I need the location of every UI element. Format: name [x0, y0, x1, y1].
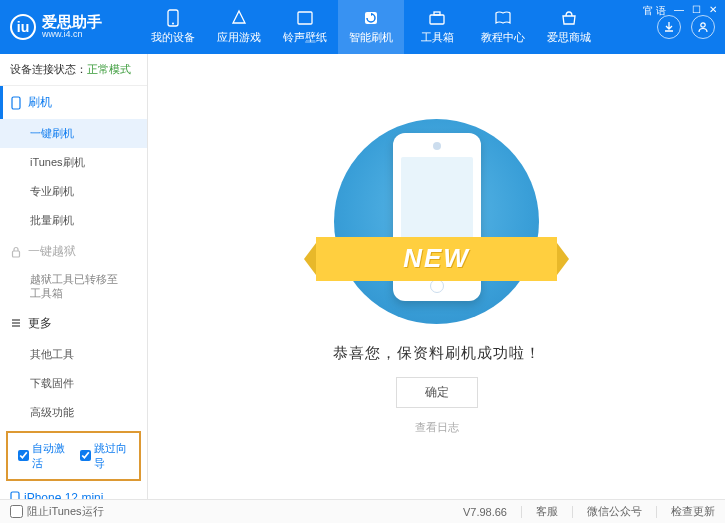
customer-service-link[interactable]: 客服	[536, 504, 558, 519]
book-icon	[494, 9, 512, 27]
ok-button[interactable]: 确定	[396, 377, 478, 408]
conn-value: 正常模式	[87, 63, 131, 75]
nav-store[interactable]: 爱思商城	[536, 0, 602, 54]
options-box: 自动激活 跳过向导	[6, 431, 141, 481]
sidebar: 设备连接状态：正常模式 刷机 一键刷机 iTunes刷机 专业刷机 批量刷机 一…	[0, 54, 148, 499]
nav-label: 工具箱	[421, 30, 454, 45]
nav-label: 铃声壁纸	[283, 30, 327, 45]
maximize-icon[interactable]: ☐	[692, 4, 701, 18]
main-content: NEW 恭喜您，保资料刷机成功啦！ 确定 查看日志	[148, 54, 725, 499]
connection-status: 设备连接状态：正常模式	[0, 54, 147, 86]
svg-point-1	[172, 23, 174, 25]
conn-label: 设备连接状态：	[10, 63, 87, 75]
svg-rect-4	[430, 15, 444, 24]
download-button[interactable]	[657, 15, 681, 39]
svg-point-6	[701, 23, 705, 27]
sidebar-item-pro[interactable]: 专业刷机	[0, 177, 147, 206]
svg-rect-2	[298, 12, 312, 24]
wallpaper-icon	[296, 9, 314, 27]
block-itunes-checkbox[interactable]: 阻止iTunes运行	[10, 504, 104, 519]
sidebar-item-itunes[interactable]: iTunes刷机	[0, 148, 147, 177]
main-nav: 我的设备 应用游戏 铃声壁纸 智能刷机 工具箱 教程中心 爱思商城	[140, 0, 657, 54]
sidebar-item-firmware[interactable]: 下载固件	[0, 369, 147, 398]
jailbreak-note: 越狱工具已转移至 工具箱	[0, 268, 147, 307]
ribbon-text: NEW	[403, 243, 470, 274]
store-icon	[560, 9, 578, 27]
sidebar-item-other[interactable]: 其他工具	[0, 340, 147, 369]
checkbox-skip-guide[interactable]: 跳过向导	[80, 441, 130, 471]
checkbox-input[interactable]	[10, 505, 23, 518]
logo-icon: iu	[10, 14, 36, 40]
sidebar-head-label: 一键越狱	[28, 243, 76, 260]
sidebar-item-oneclick[interactable]: 一键刷机	[0, 119, 147, 148]
sidebar-item-batch[interactable]: 批量刷机	[0, 206, 147, 235]
wechat-link[interactable]: 微信公众号	[587, 504, 642, 519]
nav-my-device[interactable]: 我的设备	[140, 0, 206, 54]
checkbox-input[interactable]	[80, 450, 91, 461]
nav-label: 我的设备	[151, 30, 195, 45]
sidebar-head-label: 更多	[28, 315, 52, 332]
nav-ringtones[interactable]: 铃声壁纸	[272, 0, 338, 54]
menu-icon	[10, 317, 22, 329]
svg-rect-5	[434, 12, 440, 15]
nav-flash[interactable]: 智能刷机	[338, 0, 404, 54]
version-label: V7.98.66	[463, 506, 507, 518]
nav-label: 智能刷机	[349, 30, 393, 45]
phone-icon	[164, 9, 182, 27]
logo: iu 爱思助手 www.i4.cn	[10, 14, 140, 40]
close-icon[interactable]: ✕	[709, 4, 717, 18]
sidebar-head-jailbreak[interactable]: 一键越狱	[0, 235, 147, 268]
svg-rect-8	[13, 251, 20, 257]
checkbox-input[interactable]	[18, 450, 29, 461]
header: iu 爱思助手 www.i4.cn 我的设备 应用游戏 铃声壁纸 智能刷机 工具…	[0, 0, 725, 54]
success-illustration: NEW	[334, 119, 539, 324]
nav-label: 教程中心	[481, 30, 525, 45]
sidebar-head-label: 刷机	[28, 94, 52, 111]
nav-label: 应用游戏	[217, 30, 261, 45]
footer: 阻止iTunes运行 V7.98.66 客服 微信公众号 检查更新	[0, 499, 725, 523]
sidebar-head-more[interactable]: 更多	[0, 307, 147, 340]
nav-label: 爱思商城	[547, 30, 591, 45]
checkbox-auto-activate[interactable]: 自动激活	[18, 441, 68, 471]
user-button[interactable]	[691, 15, 715, 39]
phone-small-icon	[10, 96, 22, 110]
view-log-link[interactable]: 查看日志	[415, 420, 459, 435]
minimize-icon[interactable]: —	[674, 4, 684, 18]
success-message: 恭喜您，保资料刷机成功啦！	[333, 344, 541, 363]
brand-title: 爱思助手	[42, 14, 102, 31]
flash-icon	[362, 9, 380, 27]
nav-tutorials[interactable]: 教程中心	[470, 0, 536, 54]
sidebar-head-flash[interactable]: 刷机	[0, 86, 147, 119]
brand-subtitle: www.i4.cn	[42, 30, 102, 40]
apps-icon	[230, 9, 248, 27]
sidebar-item-advanced[interactable]: 高级功能	[0, 398, 147, 427]
toolbox-icon	[428, 9, 446, 27]
lang-label[interactable]: 官 语	[643, 4, 666, 18]
nav-toolbox[interactable]: 工具箱	[404, 0, 470, 54]
check-update-link[interactable]: 检查更新	[671, 504, 715, 519]
svg-rect-7	[12, 97, 20, 109]
nav-apps[interactable]: 应用游戏	[206, 0, 272, 54]
lock-icon	[10, 246, 22, 258]
